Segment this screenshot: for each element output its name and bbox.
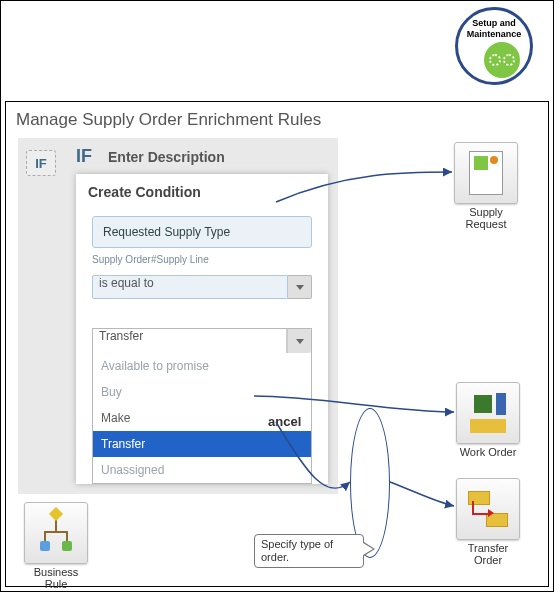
option-buy[interactable]: Buy xyxy=(93,379,311,405)
setup-maintenance-label: Setup and Maintenance xyxy=(458,18,530,40)
value-chevron[interactable] xyxy=(287,329,311,353)
if-label: IF xyxy=(76,146,92,167)
label-work-order: Work Order xyxy=(453,446,523,458)
cancel-button[interactable]: ancel xyxy=(268,414,301,429)
callout-specify-type: Specify type of order. xyxy=(254,534,364,568)
diagram-canvas: Setup and Maintenance Manage Supply Orde… xyxy=(0,0,554,592)
option-unassigned[interactable]: Unassigned xyxy=(93,457,311,483)
transfer-order-icon xyxy=(466,489,510,529)
document-icon xyxy=(469,151,503,195)
if-chip[interactable]: IF xyxy=(26,150,56,176)
label-transfer-order: Transfer Order xyxy=(453,542,523,566)
tile-business-rule[interactable] xyxy=(24,502,88,564)
tile-transfer-order[interactable] xyxy=(456,478,520,540)
label-supply-request: Supply Request xyxy=(451,206,521,230)
work-order-icon xyxy=(466,393,510,433)
field-path: Supply Order#Supply Line xyxy=(92,254,312,265)
rule-panel: IF IF Enter Description Create Condition… xyxy=(18,138,338,494)
value-selected: Transfer xyxy=(93,329,287,353)
option-available-to-promise[interactable]: Available to promise xyxy=(93,353,311,379)
create-condition-title: Create Condition xyxy=(76,174,328,210)
business-rule-icon xyxy=(36,511,76,555)
value-select[interactable]: Transfer xyxy=(93,329,311,353)
tile-supply-request[interactable] xyxy=(454,142,518,204)
gears-icon xyxy=(484,42,520,78)
callout-text: Specify type of order. xyxy=(261,538,333,563)
field-label: Requested Supply Type xyxy=(103,225,230,239)
operator-value: is equal to xyxy=(92,275,288,299)
main-frame: Manage Supply Order Enrichment Rules IF … xyxy=(5,101,549,587)
chevron-down-icon xyxy=(296,285,304,290)
enter-description[interactable]: Enter Description xyxy=(108,149,225,165)
field-requested-supply-type[interactable]: Requested Supply Type xyxy=(92,216,312,248)
option-transfer[interactable]: Transfer xyxy=(93,431,311,457)
setup-maintenance-badge: Setup and Maintenance xyxy=(455,7,533,85)
tile-work-order[interactable] xyxy=(456,382,520,444)
operator-chevron[interactable] xyxy=(288,275,312,299)
label-business-rule: Business Rule xyxy=(21,566,91,590)
page-title: Manage Supply Order Enrichment Rules xyxy=(6,102,548,134)
create-condition-card: Create Condition Requested Supply Type S… xyxy=(76,174,328,484)
operator-select[interactable]: is equal to xyxy=(92,275,312,299)
chevron-down-icon xyxy=(296,339,304,344)
value-dropdown: Transfer Available to promise Buy Make T… xyxy=(92,328,312,484)
